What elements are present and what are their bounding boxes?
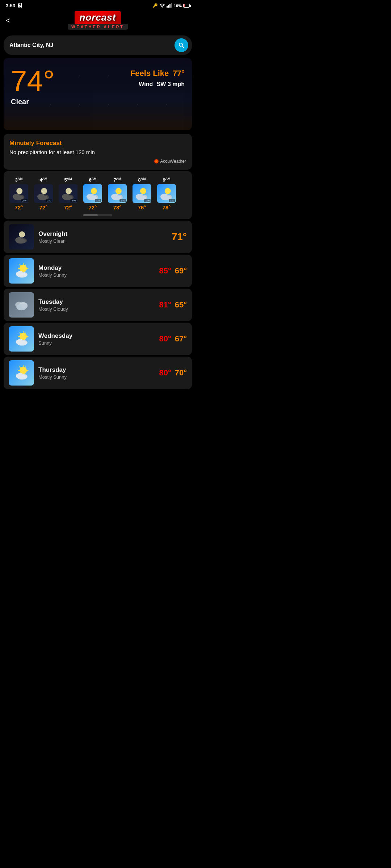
svg-rect-3 [169,4,171,8]
hourly-item: 8AM 1%76° [130,175,154,212]
daily-info: ThursdayMostly Sunny [38,366,155,380]
precip-badge: 2% [46,199,52,202]
svg-point-31 [165,188,171,194]
daily-info: WednesdaySunny [38,332,155,346]
svg-point-72 [17,375,27,380]
daily-temps: 80°70° [159,368,187,378]
status-bar: 3:53 🖼 🔑 10% [0,0,196,10]
hourly-item: 4AM 2%72° [31,175,56,212]
photo-icon: 🖼 [17,3,22,8]
hourly-icon: 1% [108,184,127,203]
hourly-temp: 76° [138,204,146,210]
daily-high-temp: 81° [159,300,171,310]
hourly-icon: 1% [83,184,102,203]
daily-overnight-temp: 71° [172,231,187,243]
hourly-temp: 72° [39,204,48,210]
accuweather-dot [154,159,159,163]
daily-condition: Mostly Sunny [38,272,155,278]
scroll-thumb [83,214,98,216]
daily-forecast-list: OvernightMostly Clear71° MondayMostly Su… [0,221,196,389]
hourly-icon: 1% [133,184,151,203]
daily-day-name: Thursday [38,366,155,374]
daily-condition: Sunny [38,340,155,346]
svg-line-44 [20,265,21,266]
daily-condition: Mostly Sunny [38,374,155,380]
daily-low-temp: 67° [175,334,187,344]
wifi-icon [159,3,165,8]
minutely-card: Minutely Forecast No precipitation for a… [4,134,192,170]
battery-icon [183,4,190,8]
back-button[interactable]: < [6,16,10,25]
svg-point-38 [16,239,26,244]
daily-info: OvernightMostly Clear [38,230,167,244]
wind-value: SW 3 mph [157,81,185,87]
signal-icon [167,3,172,8]
daily-weather-icon [9,360,34,386]
feels-like: Feels Like 77° [130,69,185,78]
daily-card: WednesdaySunny80°67° [4,323,192,355]
hourly-temp: 72° [64,204,72,210]
hourly-item: 3AM 2%72° [7,175,31,212]
hourly-time: 5AM [64,177,72,183]
battery-level: 10% [174,4,182,8]
search-button[interactable] [175,38,188,52]
daily-card: MondayMostly Sunny85°69° [4,255,192,287]
logo-tagline: WEATHER ALERT [68,24,128,30]
hourly-icon: 2% [9,184,28,203]
hourly-time: 9AM [163,177,170,183]
daily-day-name: Overnight [38,230,167,238]
hourly-item: 9AM 1%78° [154,175,179,212]
feels-like-temp: 77° [173,69,185,78]
precip-badge: 2% [21,199,28,202]
minutely-title: Minutely Forecast [9,140,186,147]
daily-temps: 85°69° [159,266,187,276]
hourly-icon: 2% [34,184,53,203]
hourly-time: 6AM [89,177,96,183]
hourly-time: 4AM [39,177,47,183]
svg-point-23 [115,188,122,194]
hourly-icon: 2% [59,184,77,203]
svg-line-58 [20,333,21,334]
app-header: < norcast WEATHER ALERT [0,10,196,33]
wind-info: Wind SW 3 mph [130,81,185,88]
svg-point-35 [19,231,25,238]
hourly-scroll[interactable]: 3AM 2%72°4AM 2%72°5AM 2%72°6AM 1%72°7AM … [7,175,189,212]
svg-point-7 [16,188,22,194]
precip-badge: 1% [144,199,151,202]
location-display: Atlantic City, NJ [9,42,172,48]
daily-condition: Mostly Cloudy [38,306,155,312]
svg-point-27 [140,188,146,194]
hourly-temp: 73° [113,204,122,210]
daily-temps: 71° [172,231,187,243]
daily-weather-icon [9,292,34,318]
precip-badge: 1% [169,199,175,202]
svg-rect-1 [167,6,168,8]
daily-low-temp: 69° [175,266,187,276]
svg-line-68 [20,367,21,368]
precip-badge: 1% [95,199,101,202]
daily-card: TuesdayMostly Cloudy81°65° [4,289,192,321]
search-icon [178,42,185,48]
hourly-item: 7AM 1%73° [105,175,130,212]
svg-point-0 [162,7,163,8]
hourly-item: 5AM 2%72° [56,175,80,212]
current-condition: Clear [11,98,185,106]
daily-temps: 81°65° [159,300,187,310]
search-bar[interactable]: Atlantic City, NJ [4,35,192,55]
svg-point-19 [91,188,97,194]
hourly-temp: 72° [15,204,23,210]
daily-info: TuesdayMostly Cloudy [38,298,155,312]
svg-point-62 [17,341,27,346]
daily-day-name: Wednesday [38,332,155,340]
daily-weather-icon [9,258,34,284]
svg-point-11 [41,188,47,194]
daily-info: MondayMostly Sunny [38,264,155,278]
minutely-description: No precipitation for at least 120 min [9,149,186,155]
scroll-indicator [83,214,112,216]
daily-card: ThursdayMostly Sunny80°70° [4,357,192,389]
hero-details: Feels Like 77° Wind SW 3 mph [130,69,185,88]
accuweather-badge: AccuWeather [9,159,186,164]
daily-condition: Mostly Clear [38,238,167,244]
daily-day-name: Tuesday [38,298,155,306]
key-icon: 🔑 [153,3,158,8]
